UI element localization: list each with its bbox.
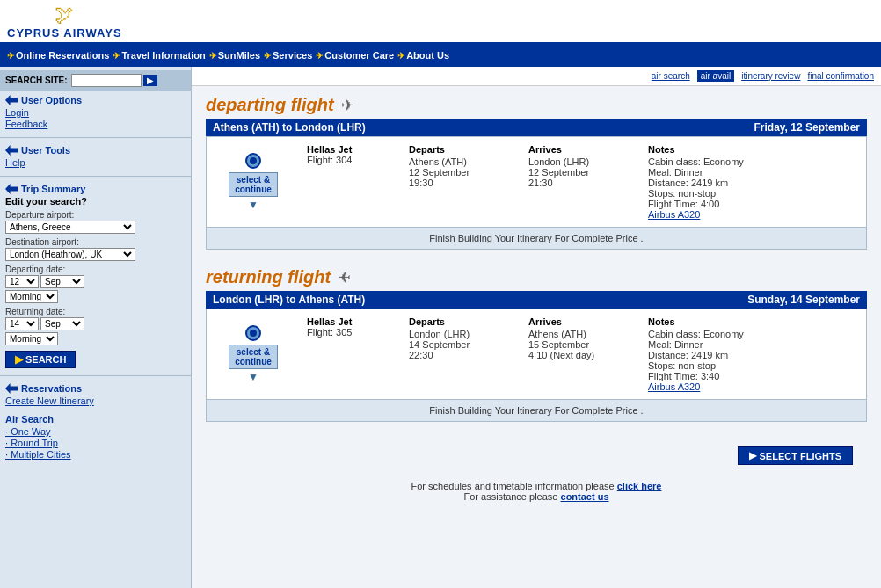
returning-select-col: select &continue ▼ xyxy=(214,316,293,392)
returning-flight-number: Flight: 305 xyxy=(307,327,395,338)
destination-airport-row: Destination airport: London (Heathrow), … xyxy=(5,237,186,261)
steps-bar: air search air avail itinerary review fi… xyxy=(192,67,881,86)
select-flights-bar: ▶ SELECT FLIGHTS xyxy=(206,439,867,472)
returning-notes-col: Notes Cabin class: Economy Meal: Dinner … xyxy=(648,316,859,392)
header: 🕊 CYPRUS AIRWAYS xyxy=(0,0,881,44)
user-options-icon xyxy=(5,95,18,105)
trip-summary-icon xyxy=(5,184,18,194)
departing-month-select[interactable]: Sep xyxy=(40,275,84,288)
departing-finish-bar: Finish Building Your Itinerary For Compl… xyxy=(207,227,866,249)
departure-airport-row: Departure airport: Athens, Greece xyxy=(5,210,186,234)
nav-online-reservations[interactable]: ✈Online Reservations xyxy=(7,50,109,61)
click-here-link[interactable]: click here xyxy=(617,481,662,491)
returning-header: returning flight ✈ xyxy=(206,267,867,287)
destination-airport-select[interactable]: London (Heathrow), UK xyxy=(5,248,135,261)
departing-time-select[interactable]: Morning xyxy=(5,290,58,303)
returning-radio[interactable] xyxy=(245,325,261,341)
departing-date-row: Departing date: 12 Sep Morning xyxy=(5,265,186,303)
nav-arrow-icon: ✈ xyxy=(397,51,404,61)
logo-name: CYPRUS AIRWAYS xyxy=(7,26,122,40)
nav-arrow-icon: ✈ xyxy=(209,51,216,61)
departing-flight-section: departing flight ✈ Athens (ATH) to Londo… xyxy=(206,95,867,250)
nav-arrow-icon: ✈ xyxy=(264,51,271,61)
departing-airline-name: Hellas Jet xyxy=(307,144,395,155)
arrow-down-icon: ▼ xyxy=(248,199,258,211)
step-itinerary-review[interactable]: itinerary review xyxy=(741,71,800,81)
returning-select-button[interactable]: select &continue xyxy=(229,345,278,369)
divider xyxy=(0,176,191,177)
returning-day-select[interactable]: 14 xyxy=(5,317,39,330)
returning-arrives-col: Arrives Athens (ATH) 15 September 4:10 (… xyxy=(528,316,634,392)
nav-about-us[interactable]: ✈About Us xyxy=(397,50,449,61)
returning-departs-col: Departs London (LHR) 14 September 22:30 xyxy=(409,316,514,392)
nav-customer-care[interactable]: ✈Customer Care xyxy=(316,50,394,61)
departing-route-bar: Athens (ATH) to London (LHR) Friday, 12 … xyxy=(206,119,867,136)
departing-departs-col: Departs Athens (ATH) 12 September 19:30 xyxy=(409,144,514,220)
nav-arrow-icon: ✈ xyxy=(316,51,323,61)
arrow-down-icon: ▼ xyxy=(248,371,258,383)
create-itinerary-link[interactable]: Create New Itinerary xyxy=(5,396,186,406)
departing-route: Athens (ATH) to London (LHR) xyxy=(213,121,366,134)
returning-date-row: Returning date: 14 Sep Morning xyxy=(5,307,186,345)
search-go-button[interactable]: ▶ xyxy=(143,75,157,86)
departing-airline-col: Hellas Jet Flight: 304 xyxy=(307,144,395,220)
departure-airport-select[interactable]: Athens, Greece xyxy=(5,221,135,234)
sidebar: SEARCH SITE: ▶ User Options Login Feedba… xyxy=(0,67,192,588)
divider xyxy=(0,137,191,138)
main-content: air search air avail itinerary review fi… xyxy=(192,67,881,588)
trip-summary-section: Trip Summary Edit your search? Departure… xyxy=(0,180,191,372)
info-links: For schedules and timetable information … xyxy=(206,472,867,511)
reservations-title: Reservations xyxy=(5,383,186,394)
search-button[interactable]: ▶ SEARCH xyxy=(5,351,76,368)
assistance-line: For assistance please contact us xyxy=(215,491,858,502)
departing-radio[interactable] xyxy=(245,153,261,169)
departing-header: departing flight ✈ xyxy=(206,95,867,115)
round-trip-link[interactable]: · Round Trip xyxy=(5,438,186,448)
departing-select-button[interactable]: select &continue xyxy=(229,172,278,197)
returning-flight-section: returning flight ✈ London (LHR) to Athen… xyxy=(206,267,867,422)
one-way-link[interactable]: · One Way xyxy=(5,426,186,437)
returning-flight-content: select &continue ▼ Hellas Jet Flight: 30… xyxy=(206,309,867,422)
logo: 🕊 CYPRUS AIRWAYS xyxy=(7,4,122,40)
returning-time-select[interactable]: Morning xyxy=(5,332,58,345)
returning-title: returning flight xyxy=(206,267,331,287)
returning-aircraft-link[interactable]: Airbus A320 xyxy=(648,381,700,392)
step-air-avail: air avail xyxy=(697,70,734,82)
nav-arrow-icon: ✈ xyxy=(7,51,14,61)
user-tools-section: User Tools Help xyxy=(0,142,191,172)
air-search-section: Air Search · One Way · Round Trip · Mult… xyxy=(0,410,191,464)
reservations-icon xyxy=(5,383,18,394)
step-final-confirmation[interactable]: final confirmation xyxy=(807,71,874,81)
multiple-cities-link[interactable]: · Multiple Cities xyxy=(5,449,186,460)
returning-route: London (LHR) to Athens (ATH) xyxy=(213,294,365,306)
layout: SEARCH SITE: ▶ User Options Login Feedba… xyxy=(0,67,881,588)
nav-services[interactable]: ✈Services xyxy=(264,50,312,61)
nav-sunmiles[interactable]: ✈SunMiles xyxy=(209,50,260,61)
schedules-line: For schedules and timetable information … xyxy=(215,481,858,491)
returning-month-select[interactable]: Sep xyxy=(40,317,84,330)
trip-summary-title: Trip Summary xyxy=(5,184,186,194)
departing-arrives-col: Arrives London (LHR) 12 September 21:30 xyxy=(528,144,634,220)
logo-bird-icon: 🕊 xyxy=(55,4,74,26)
departing-select-col: select &continue ▼ xyxy=(214,144,293,220)
login-link[interactable]: Login xyxy=(5,107,186,118)
contact-us-link[interactable]: contact us xyxy=(561,491,609,502)
reservations-section: Reservations Create New Itinerary xyxy=(0,380,191,410)
returning-plane-icon: ✈ xyxy=(338,268,351,287)
departing-aircraft-link[interactable]: Airbus A320 xyxy=(648,209,700,220)
search-bar: SEARCH SITE: ▶ xyxy=(0,70,191,91)
help-link[interactable]: Help xyxy=(5,157,186,168)
nav-arrow-icon: ✈ xyxy=(113,51,120,61)
search-input[interactable] xyxy=(71,74,142,87)
departing-day-select[interactable]: 12 xyxy=(5,275,39,288)
nav-travel-information[interactable]: ✈Travel Information xyxy=(113,50,205,61)
user-tools-title: User Tools xyxy=(5,145,186,156)
departing-title: departing flight xyxy=(206,95,334,115)
select-flights-button[interactable]: ▶ SELECT FLIGHTS xyxy=(738,446,854,465)
departing-flight-content: select &continue ▼ Hellas Jet Flight: 30… xyxy=(206,136,867,250)
returning-finish-bar: Finish Building Your Itinerary For Compl… xyxy=(207,399,866,421)
step-air-search[interactable]: air search xyxy=(652,71,690,81)
departing-notes-col: Notes Cabin class: Economy Meal: Dinner … xyxy=(648,144,859,220)
feedback-link[interactable]: Feedback xyxy=(5,119,186,129)
divider xyxy=(0,375,191,376)
